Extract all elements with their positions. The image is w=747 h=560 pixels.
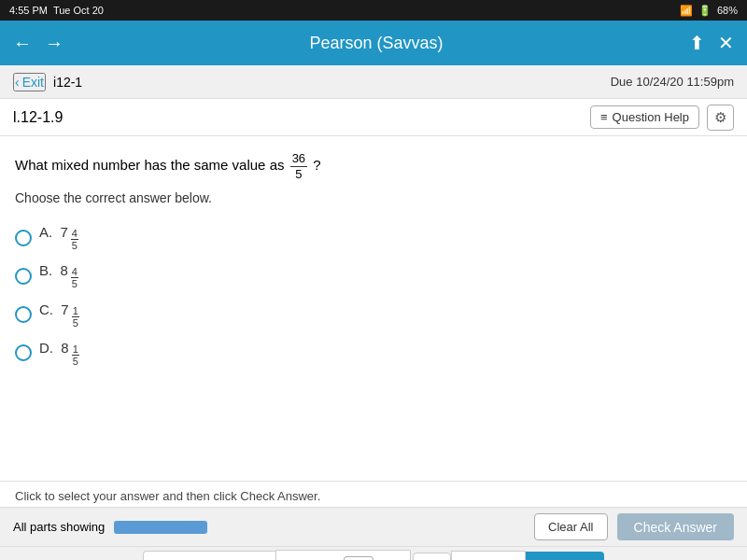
clear-all-button[interactable]: Clear All — [534, 513, 607, 540]
app-title: Pearson (Savvas) — [309, 34, 443, 53]
option-b-radio[interactable] — [15, 268, 32, 285]
status-bar: 4:55 PM Tue Oct 20 📶 🔋 68% — [0, 0, 747, 21]
exit-arrow-icon: ‹ — [15, 75, 20, 90]
settings-button[interactable]: ⚙ — [707, 105, 734, 131]
question-id: l.12-1.9 — [13, 109, 63, 126]
share-button[interactable]: ⬆ — [689, 32, 705, 54]
option-d-label: D. 8 15 — [39, 340, 79, 367]
option-a-radio[interactable] — [15, 230, 32, 246]
go-button[interactable]: Go — [413, 553, 451, 561]
list-item: B. 8 45 — [15, 257, 732, 295]
wifi-icon: 📶 — [680, 5, 693, 17]
forward-button[interactable]: → — [45, 33, 63, 54]
question-nav: Question of 8 — [275, 550, 411, 561]
question-help-label: Question Help — [613, 110, 689, 124]
instruction-text: Choose the correct answer below. — [15, 190, 732, 205]
check-answer-button[interactable]: Check Answer — [617, 513, 734, 540]
option-d-radio[interactable] — [15, 344, 32, 361]
close-button[interactable]: ✕ — [718, 32, 734, 54]
question-text: What mixed number has the same value as … — [15, 151, 732, 181]
click-note: Click to select your answer and then cli… — [0, 482, 747, 507]
content-area: What mixed number has the same value as … — [0, 136, 747, 482]
option-c-radio[interactable] — [15, 306, 32, 323]
next-button[interactable]: Next ▶ — [526, 552, 604, 561]
back-button[interactable]: ← — [13, 33, 32, 54]
list-item: A. 7 45 — [15, 218, 732, 257]
answer-options: A. 7 45 B. 8 45 C. — [15, 218, 732, 372]
exit-label: Exit — [22, 75, 44, 90]
due-date: Due 10/24/20 11:59pm — [611, 75, 734, 89]
sub-bar: ‹ Exit i12-1 Due 10/24/20 11:59pm — [0, 65, 747, 99]
option-c-label: C. 7 15 — [39, 301, 79, 329]
battery-icon: 🔋 — [698, 5, 712, 17]
back-button-nav[interactable]: ◀ Back — [451, 551, 526, 561]
bottom-nav: Review progress Question of 8 Go ◀ Back … — [0, 546, 747, 560]
question-number-input[interactable] — [344, 556, 374, 561]
all-parts-label: All parts showing — [13, 520, 105, 534]
progress-bar — [114, 521, 207, 534]
gear-icon: ⚙ — [714, 109, 726, 125]
battery-level: 68% — [717, 5, 738, 16]
footer-status-bar: All parts showing Clear All Check Answer — [0, 507, 747, 546]
question-help-button[interactable]: ≡ Question Help — [590, 105, 699, 129]
list-item: D. 8 15 — [15, 334, 732, 372]
list-item: C. 7 15 — [15, 296, 732, 334]
option-a-label: A. 7 45 — [39, 224, 78, 251]
question-fraction: 36 5 — [290, 151, 307, 181]
exit-button[interactable]: ‹ Exit — [13, 73, 46, 91]
review-progress-button[interactable]: Review progress — [143, 551, 275, 561]
option-b-label: B. 8 45 — [39, 262, 78, 289]
status-time: 4:55 PM Tue Oct 20 — [9, 5, 104, 16]
top-nav: ← → Pearson (Savvas) ⬆ ✕ — [0, 21, 747, 65]
assignment-id: i12-1 — [53, 75, 82, 90]
question-header: l.12-1.9 ≡ Question Help ⚙ — [0, 99, 747, 136]
status-right: 📶 🔋 68% — [680, 5, 738, 17]
help-list-icon: ≡ — [600, 110, 608, 124]
